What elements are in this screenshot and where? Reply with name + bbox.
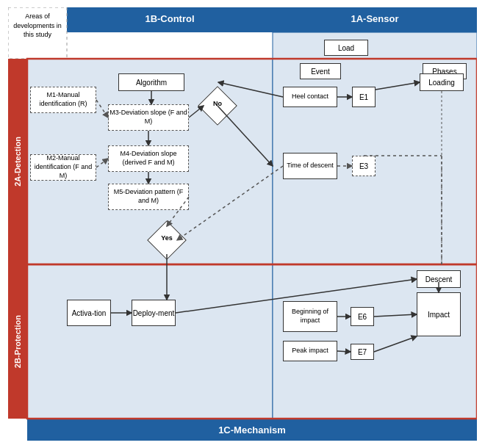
footer-mechanism: 1C-Mechanism <box>27 424 477 436</box>
diamond-yes-label: Yes <box>156 234 178 242</box>
box-e7: E7 <box>351 344 374 360</box>
box-deployment: Deploy-ment <box>132 300 176 326</box>
box-e3: E3 <box>352 156 376 176</box>
box-heel-contact: Heel contact <box>283 87 337 107</box>
box-m3: M3-Deviation slope (F and M) <box>108 104 189 131</box>
background-svg <box>8 7 477 441</box>
svg-rect-8 <box>27 264 273 419</box>
box-event: Event <box>300 63 341 79</box>
header-sensor: 1A-Sensor <box>273 13 477 24</box>
box-algorithm: Algorithm <box>118 73 184 91</box>
box-e6: E6 <box>351 307 374 326</box>
box-m1: M1-Manual identification (R) <box>30 87 96 113</box>
main-wrapper: 1B-Control 1A-Sensor Areas of developmen… <box>8 7 477 441</box>
box-peak-impact: Peak impact <box>283 341 337 361</box>
box-time-descent: Time of descent <box>283 153 337 179</box>
box-load: Load <box>324 40 368 56</box>
header-control: 1B-Control <box>67 13 273 24</box>
box-activation: Activa-tion <box>67 300 111 326</box>
box-descent: Descent <box>417 270 461 288</box>
box-impact: Impact <box>417 292 461 336</box>
box-m4: M4-Deviation slope (derived F and M) <box>108 145 189 172</box>
top-left-label: Areas of developments in this study <box>10 9 65 43</box>
box-m2: M2-Manual identification (F and M) <box>30 154 96 181</box>
box-beginning-impact: Beginning of impact <box>283 301 337 332</box>
box-e1: E1 <box>352 87 376 107</box>
row-label-detection: 2A-Detection <box>8 59 27 264</box>
row-label-protection: 2B-Protection <box>8 264 27 419</box>
diamond-no-label: No <box>206 100 229 107</box>
box-m5: M5-Deviation pattern (F and M) <box>108 184 189 210</box>
diagram-container: 1B-Control 1A-Sensor Areas of developmen… <box>0 0 485 448</box>
box-loading: Loading <box>420 73 464 91</box>
